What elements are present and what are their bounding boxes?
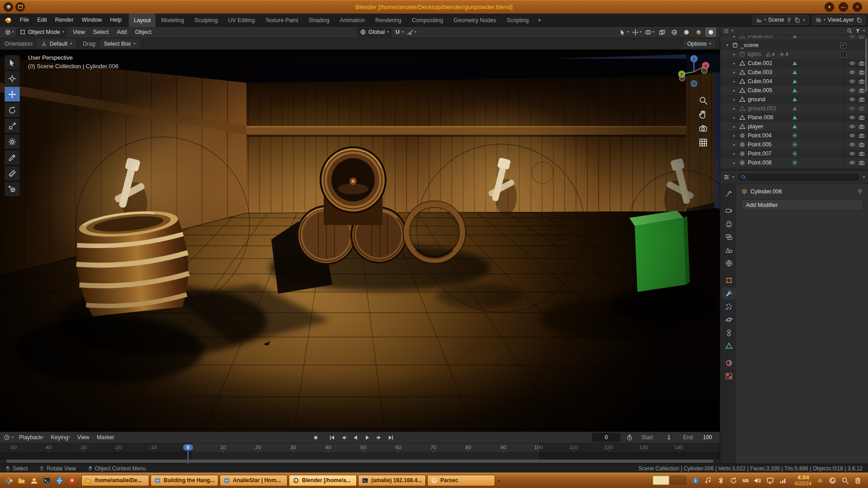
tool-transform-button[interactable] (5, 134, 20, 149)
hide-in-viewport-icon[interactable] (849, 123, 855, 130)
window-app-button[interactable] (15, 2, 25, 12)
keyboard-layout-indicator[interactable]: us (742, 477, 749, 483)
timeline-menu-view[interactable]: View (74, 432, 93, 443)
playback-jump-start-button[interactable] (327, 432, 338, 442)
search-icon[interactable] (847, 28, 853, 34)
outliner-row-cube-002[interactable]: ▸Cube.002 (720, 59, 868, 68)
shading-material-button[interactable] (693, 28, 704, 37)
tray-parsec-icon[interactable] (829, 477, 836, 484)
workspace-tab-uv-editing[interactable]: UV Editing (223, 14, 260, 27)
properties-tab-view-layer[interactable] (722, 231, 736, 243)
outliner-row-point-008[interactable]: ▸Point.008 (720, 158, 868, 167)
properties-tab-render[interactable] (722, 205, 736, 217)
expand-arrow-icon[interactable]: ▸ (732, 97, 737, 102)
timeline-menu-keying[interactable]: Keying▾ (47, 432, 74, 443)
current-frame-field[interactable]: 0 (592, 433, 621, 442)
shading-rendered-button[interactable] (705, 28, 716, 37)
snapping-toggle[interactable]: ▾ (393, 28, 405, 37)
properties-editor-icon[interactable] (723, 174, 730, 180)
hide-in-viewport-icon[interactable] (849, 150, 855, 157)
playback-jump-end-button[interactable] (386, 432, 396, 442)
pan-hand-icon[interactable] (698, 110, 708, 119)
proportional-editing-toggle[interactable]: ▾ (406, 28, 417, 37)
outliner-row-player[interactable]: ▸player (720, 122, 868, 131)
properties-tab-tool[interactable] (722, 188, 736, 200)
hide-in-viewport-icon[interactable] (849, 141, 855, 148)
outliner-row-point-005[interactable]: ▸Point.005 (720, 140, 868, 149)
timeline-scrollbar[interactable] (6, 460, 713, 463)
workspace-tab-sculpting[interactable]: Sculpting (189, 14, 222, 27)
gizmos-dropdown[interactable]: ▾ (631, 28, 642, 37)
properties-tab-constraints[interactable] (722, 327, 736, 339)
outliner-row-point-007[interactable]: ▸Point.007 (720, 149, 868, 158)
taskbar-window-parsec[interactable]: Parsec (427, 475, 495, 486)
menu-help[interactable]: Help (106, 14, 126, 26)
expand-arrow-icon[interactable]: ▸ (732, 52, 737, 56)
zoom-icon[interactable] (698, 96, 708, 105)
window-menu-button[interactable] (4, 2, 13, 12)
properties-tab-particles[interactable] (722, 300, 736, 313)
taskbar-window-blender-home-a[interactable]: Blender [/home/a... (289, 475, 357, 486)
properties-tab-texture[interactable] (722, 370, 736, 382)
navigation-gizmo[interactable]: Z X Y (675, 53, 712, 90)
properties-tab-output[interactable] (722, 218, 736, 230)
taskbar-collapse-icon[interactable]: ◂ (497, 478, 500, 483)
expand-arrow-icon[interactable]: ▸ (732, 61, 737, 66)
properties-tab-data[interactable] (722, 340, 736, 352)
timeline-menu-playback[interactable]: Playback▾ (15, 432, 47, 443)
outliner-row-ground[interactable]: ▸ground (720, 95, 868, 104)
tray-sync-icon[interactable] (730, 477, 737, 484)
workspace-tab-compositing[interactable]: Compositing (407, 14, 448, 27)
properties-tab-world[interactable] (722, 257, 736, 269)
properties-tab-modifiers[interactable] (722, 287, 736, 300)
disable-in-renders-icon[interactable] (859, 69, 865, 75)
disable-in-renders-icon[interactable] (859, 114, 865, 121)
outliner-row-cube-003[interactable]: ▸Cube.003 (720, 68, 868, 77)
workspace-tab-shading[interactable]: Shading (304, 14, 335, 27)
toggle-perspective-icon[interactable] (698, 138, 708, 147)
outliner-scrollbar[interactable] (865, 38, 867, 92)
window-close-button[interactable]: × (853, 2, 862, 12)
expand-arrow-icon[interactable]: ▸ (732, 124, 737, 129)
xray-toggle[interactable] (656, 28, 667, 37)
drag-mode-dropdown[interactable]: Select Box ▾ (100, 39, 140, 48)
timeline-editor-icon[interactable] (4, 434, 10, 441)
workspace-tab-scripting[interactable]: Scripting (502, 14, 534, 27)
hide-in-viewport-icon[interactable] (849, 132, 855, 139)
frame-start-field[interactable]: Start 1 (637, 433, 675, 442)
outliner-row-ground-001[interactable]: ▸ground.001 (720, 104, 868, 113)
disable-in-renders-icon[interactable] (859, 96, 865, 103)
taskbar-window-home-amalie-de[interactable]: /home/amalie/De... (81, 475, 149, 486)
hide-in-viewport-icon[interactable] (849, 87, 855, 94)
tool-cursor-button[interactable] (5, 71, 20, 86)
transform-orientation-dropdown[interactable]: Global ▾ (357, 28, 392, 37)
viewlayer-selector[interactable]: ▾ ViewLayer (812, 15, 865, 25)
expand-arrow-icon[interactable]: ▸ (732, 142, 737, 147)
viewport-menu-select[interactable]: Select (89, 27, 113, 38)
tool-select-box-button[interactable] (5, 55, 20, 70)
outliner-row-point-004[interactable]: ▸Point.004 (720, 131, 868, 140)
window-maximize-button[interactable]: — (839, 2, 848, 12)
mode-dropdown[interactable]: Object Mode ▾ (16, 28, 67, 37)
tray-trash-icon[interactable] (854, 477, 862, 484)
tray-bluetooth-icon[interactable] (717, 477, 725, 484)
tray-media-icon[interactable] (704, 477, 712, 484)
properties-tab-scene[interactable] (722, 244, 736, 256)
camera-view-icon[interactable] (698, 124, 708, 133)
auto-keyframe-icon[interactable] (626, 434, 633, 441)
workspace-tab-texture-paint[interactable]: Texture Paint (260, 14, 303, 27)
selectability-visibility-dropdown[interactable]: ▾ (618, 28, 630, 37)
tool-move-button[interactable] (5, 87, 20, 102)
add-modifier-button[interactable]: Add Modifier (741, 199, 863, 211)
disable-in-renders-icon[interactable] (859, 78, 865, 84)
taskbar-clock[interactable]: 4:04 6/22/24 (795, 474, 811, 486)
scene-selector[interactable]: ▾ Scene × (753, 15, 809, 25)
shading-solid-button[interactable] (681, 28, 692, 37)
tool-measure-button[interactable] (5, 166, 20, 181)
tray-network-icon[interactable] (779, 477, 787, 484)
disable-in-renders-icon[interactable] (859, 60, 865, 66)
tool-rotate-button[interactable] (5, 103, 20, 117)
blender-logo-icon[interactable] (4, 16, 13, 24)
pin-id-icon[interactable] (857, 188, 863, 195)
workspace-2[interactable] (670, 476, 686, 485)
